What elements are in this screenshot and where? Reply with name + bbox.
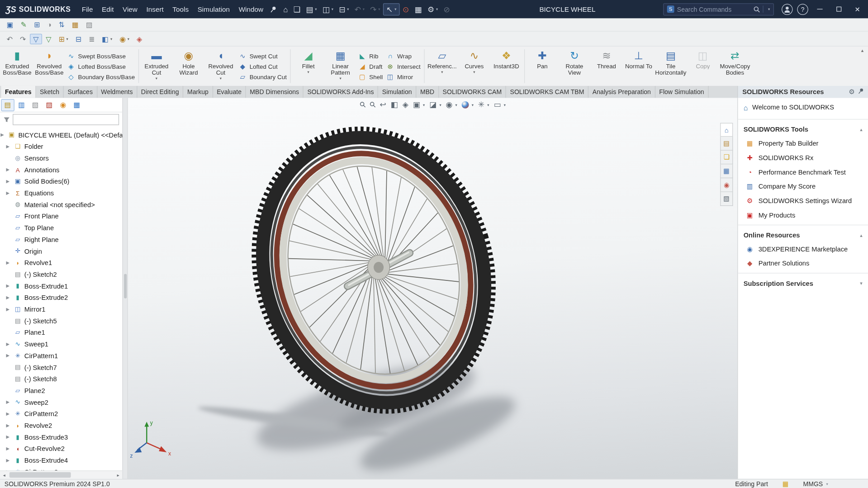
tab-features[interactable]: Features xyxy=(1,86,36,98)
sketch-pencil-icon[interactable]: ✎ ▾ xyxy=(17,19,30,30)
linear-pattern-button[interactable]: ▦ Linear Pattern ▾ xyxy=(324,47,356,85)
dropdown-arrow-icon[interactable]: ▾ xyxy=(128,37,129,41)
collapse-chevron-icon[interactable]: ▴ xyxy=(860,232,863,238)
model-canvas[interactable]: x y z xyxy=(128,98,737,479)
tree-item[interactable]: ▶ ◗ Revolve1 xyxy=(0,257,122,269)
solidworks-rx-link[interactable]: ✚ SOLIDWORKS Rx xyxy=(738,151,868,165)
dropdown-arrow-icon[interactable]: ▾ xyxy=(363,7,365,11)
tree-item[interactable]: ▶ ✳ CirPattern3 xyxy=(0,466,122,470)
expand-arrow-icon[interactable]: ▶ xyxy=(6,411,9,416)
edit-appearance-icon[interactable]: ▾ xyxy=(462,101,474,108)
view-settings-icon[interactable]: ✳ ▾ xyxy=(478,101,489,109)
search-commands-box[interactable]: S ▾ xyxy=(663,3,774,15)
expand-arrow-icon[interactable]: ▶ xyxy=(6,179,9,184)
expand-arrow-icon[interactable]: ▶ xyxy=(6,307,9,312)
tree-item[interactable]: ▶ Σ Equations xyxy=(0,187,122,199)
taskpane-pin-icon[interactable] xyxy=(858,88,863,96)
expand-arrow-icon[interactable]: ▶ xyxy=(6,341,9,346)
fillet-button[interactable]: ◢ Fillet ▾ xyxy=(292,47,324,85)
taskpane-home-tab[interactable]: ⌂ xyxy=(720,123,733,137)
compare-my-score-link[interactable]: ▥ Compare My Score xyxy=(738,180,868,194)
save-icon[interactable]: ◫ ▾ xyxy=(320,4,336,14)
tree-item[interactable]: ▶ ▱ Front Plane xyxy=(0,210,122,222)
expand-arrow-icon[interactable]: ▶ xyxy=(6,446,9,451)
expand-chevron-icon[interactable]: ▾ xyxy=(860,280,863,286)
property-tab-builder-link[interactable]: ▦ Property Tab Builder xyxy=(738,136,868,151)
custom-properties-tab[interactable]: ▧ xyxy=(720,192,733,206)
design-library-tab[interactable]: ▤ xyxy=(720,137,733,151)
tree-item[interactable]: ▶ ✳ CirPattern2 xyxy=(0,408,122,420)
configurationmanager-tab[interactable]: ▧ xyxy=(29,99,42,111)
view-orientation-icon[interactable]: ▣ ▾ xyxy=(413,101,425,109)
expand-arrow-icon[interactable]: ▶ xyxy=(0,133,4,137)
section-view-icon[interactable]: ◧ ▾ xyxy=(391,101,398,109)
splitter-grip[interactable] xyxy=(124,274,127,298)
dropdown-arrow-icon[interactable]: ▾ xyxy=(110,37,112,41)
menu-insert[interactable]: Insert xyxy=(142,5,168,13)
revolved-cut-button[interactable]: ◖ Revolved Cut ▾ xyxy=(204,47,237,85)
tree-item[interactable]: ▶ ▱ Top Plane xyxy=(0,222,122,234)
pan-button[interactable]: ✚ Pan ▾ xyxy=(526,47,558,85)
tree-item[interactable]: ▶ ✳ CirPattern1 xyxy=(0,350,122,361)
swap-view-icon[interactable]: ⇅ ▾ xyxy=(55,19,68,30)
boundary-cut-button[interactable]: ▱ Boundary Cut xyxy=(238,73,287,81)
dropdown-arrow-icon[interactable]: ▾ xyxy=(347,7,349,11)
tab-solidworks-cam-tbm[interactable]: SOLIDWORKS CAM TBM xyxy=(506,86,588,98)
lofted-boss-base-button[interactable]: ◈ Lofted Boss/Base xyxy=(67,62,135,70)
collapse-chevron-icon[interactable]: ▴ xyxy=(860,127,863,132)
menu-simulation[interactable]: Simulation xyxy=(193,5,234,13)
expand-arrow-icon[interactable]: ▶ xyxy=(6,167,9,172)
view-palette-tab[interactable]: ▦ xyxy=(720,164,733,178)
scroll-left-icon[interactable]: ◄ xyxy=(0,473,8,477)
open-icon[interactable]: ▤ ▾ xyxy=(303,4,319,14)
reference-geometry-button[interactable]: ▱ Referenc... ▾ xyxy=(426,47,458,85)
dropdown-arrow-icon[interactable]: ▾ xyxy=(308,70,309,74)
maximize-button[interactable] xyxy=(831,3,846,16)
tree-item[interactable]: ▶ ▱ Right Plane xyxy=(0,233,122,245)
dropdown-arrow-icon[interactable]: ▾ xyxy=(394,7,396,11)
options-icon[interactable]: ⚙ ▾ xyxy=(425,4,441,14)
menu-edit[interactable]: Edit xyxy=(97,5,118,13)
scrollbar-thumb[interactable] xyxy=(9,472,71,478)
expand-arrow-icon[interactable]: ▶ xyxy=(6,284,9,289)
tree-item[interactable]: ▶ ◫ Mirror1 xyxy=(0,303,122,315)
mass-properties-icon[interactable]: ≣ ▾ xyxy=(85,33,98,44)
tab-solidworks-cam[interactable]: SOLIDWORKS CAM xyxy=(439,86,506,98)
section-header[interactable]: Subscription Services ▾ xyxy=(738,275,868,290)
dropdown-arrow-icon[interactable]: ▾ xyxy=(340,76,342,81)
dropdown-arrow-icon[interactable]: ▾ xyxy=(441,70,443,74)
swept-cut-button[interactable]: ∿ Swept Cut xyxy=(238,52,287,59)
tab-surfaces[interactable]: Surfaces xyxy=(64,86,97,98)
ribbon-collapse-icon[interactable]: ▴ xyxy=(861,47,864,53)
print-icon[interactable]: ⊟ ▾ xyxy=(336,4,352,14)
tab-simulation[interactable]: Simulation xyxy=(378,86,416,98)
units-selector[interactable]: MMGS ▾ xyxy=(803,480,828,487)
graphics-viewport[interactable]: ⚲ ▾ ⚲ ▾ ↩ ▾ ◧ ▾ ◈ ▾ ▣ xyxy=(128,98,737,479)
pin-menu-icon[interactable] xyxy=(270,6,276,13)
my-products-link[interactable]: ▣ My Products xyxy=(738,208,868,223)
tab-sketch[interactable]: Sketch xyxy=(36,86,63,98)
zoom-to-fit-icon[interactable]: ⚲ ▾ xyxy=(360,101,365,109)
welcome-link[interactable]: ⌂ Welcome to SOLIDWORKS xyxy=(738,98,868,117)
undo-small-icon[interactable]: ↶ ▾ xyxy=(3,33,16,44)
redo-small-icon[interactable]: ↷ ▾ xyxy=(17,33,29,44)
dropdown-arrow-icon[interactable]: ▾ xyxy=(156,76,157,81)
expand-arrow-icon[interactable]: ▶ xyxy=(6,144,9,149)
partner-solutions-link[interactable]: ◆ Partner Solutions xyxy=(738,256,868,271)
dropdown-arrow-icon[interactable]: ▾ xyxy=(439,103,441,107)
dropdown-arrow-icon[interactable]: ▾ xyxy=(472,103,474,107)
menu-tools[interactable]: Tools xyxy=(168,5,193,13)
tree-item[interactable]: ▶ ◎ Sensors xyxy=(0,152,122,164)
shaded-view-icon[interactable]: ◑ ▾ xyxy=(44,19,55,30)
tab-flow-simulation[interactable]: Flow Simulation xyxy=(655,86,709,98)
tab-analysis-preparation[interactable]: Analysis Preparation xyxy=(588,86,655,98)
mirror-button[interactable]: ◫ Mirror xyxy=(386,73,421,81)
appearances-tab[interactable]: ◉ xyxy=(720,178,733,192)
section-properties-icon[interactable]: ◧ ▾ xyxy=(99,33,116,44)
selection-filter-icon[interactable]: ▽ ▾ xyxy=(30,33,42,44)
dropdown-arrow-icon[interactable]: ▾ xyxy=(487,103,489,107)
dimxpertmanager-tab[interactable]: ▨ xyxy=(43,99,56,111)
taskpane-options-gear-icon[interactable]: ⚙ xyxy=(849,88,854,96)
camera-icon[interactable]: ▭ ▾ xyxy=(493,101,506,109)
tree-item[interactable]: ▶ A Annotations xyxy=(0,164,122,175)
